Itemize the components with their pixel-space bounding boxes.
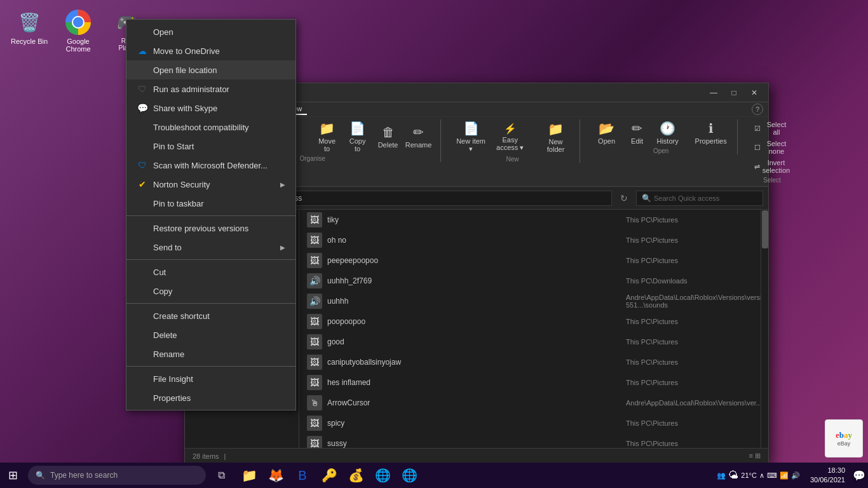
item-location: This PC\Pictures xyxy=(626,419,753,427)
desktop-icon-recycle-bin[interactable]: 🗑️ Recycle Bin xyxy=(6,6,52,56)
ctx-restore-versions[interactable]: Restore previous versions xyxy=(126,219,295,238)
ribbon-history-btn[interactable]: 🕐 History xyxy=(654,119,682,146)
ribbon-new-folder-btn[interactable]: 📁 Newfolder xyxy=(540,120,572,154)
ribbon-rename-btn[interactable]: ✏ Rename xyxy=(405,123,433,150)
taskbar-app1[interactable]: 🔑 xyxy=(316,463,342,488)
ctx-run-admin[interactable]: 🛡 Run as administrator xyxy=(126,79,295,98)
item-thumbnail: 🖼 xyxy=(307,314,322,329)
ctx-create-shortcut[interactable]: Create shortcut xyxy=(126,306,295,325)
ctx-scan-defender[interactable]: 🛡 Scan with Microsoft Defender... xyxy=(126,156,295,175)
taskbar-app2[interactable]: 💰 xyxy=(343,463,369,488)
ribbon-properties-btn[interactable]: ℹ Properties xyxy=(693,119,729,146)
keyboard-icon[interactable]: ⌨ xyxy=(767,471,777,480)
ctx-share-skype[interactable]: 💬 Share with Skype xyxy=(126,98,295,118)
maximize-button[interactable]: □ xyxy=(725,86,743,100)
ribbon-open-btn[interactable]: 📂 Open xyxy=(593,119,621,146)
ribbon-select-all-btn[interactable]: ☑ Select all xyxy=(750,119,794,137)
new-buttons: 📄 New item ▾ ⚡ Easy access ▾ 📁 Newfolder xyxy=(454,119,572,154)
ctx-delete[interactable]: Delete xyxy=(126,325,295,344)
list-item[interactable]: 🖼 caniputyoballsinyojaw This PC\Pictures xyxy=(299,352,761,372)
ribbon-edit-btn[interactable]: ✏ Edit xyxy=(623,119,651,146)
ctx-cut[interactable]: Cut xyxy=(126,262,295,281)
item-name: 🖼 tiky xyxy=(307,212,626,227)
item-thumbnail: 🖼 xyxy=(307,355,322,370)
list-item[interactable]: 🔊 uuhhh Andre\AppData\Local\Roblox\Versi… xyxy=(299,291,761,311)
list-item[interactable]: 🖼 good This PC\Pictures xyxy=(299,332,761,352)
help-button[interactable]: ? xyxy=(752,104,763,115)
ribbon-copy-to-btn[interactable]: 📄 Copy to xyxy=(344,119,372,154)
network-tray-icon[interactable]: 📶 xyxy=(780,471,789,480)
norton-icon: ✔ xyxy=(137,179,148,190)
taskbar-search[interactable]: 🔍 Type here to search xyxy=(28,466,206,485)
view-icons[interactable]: ≡ ⊞ xyxy=(749,452,761,460)
cut-icon xyxy=(137,266,148,278)
list-item[interactable]: 🔊 uuhhh_2f769 This PC\Downloads xyxy=(299,271,761,291)
ribbon-easy-access-btn[interactable]: ⚡ Easy access ▾ xyxy=(491,121,529,153)
ctx-troubleshoot[interactable]: Troubleshoot compatibility xyxy=(126,118,295,137)
insight-icon xyxy=(137,373,148,384)
select-none-label: Select none xyxy=(763,140,790,155)
ribbon-select-none-btn[interactable]: ☐ Select none xyxy=(750,139,794,156)
pin-taskbar-icon xyxy=(137,198,148,209)
ctx-send-to-label: Send to xyxy=(153,243,275,252)
ctx-pin-start-label: Pin to Start xyxy=(153,142,285,151)
invert-icon: ⇌ xyxy=(754,163,760,171)
temperature: 21°C xyxy=(741,471,757,479)
list-item[interactable]: 🖼 tiky This PC\Pictures xyxy=(299,210,761,230)
taskbar-firefox[interactable]: 🦊 xyxy=(263,463,288,488)
item-location: Andre\AppData\Local\Roblox\Versions\ver.… xyxy=(626,399,753,407)
ctx-pin-start[interactable]: Pin to Start xyxy=(126,137,295,156)
ctx-move-onedrive[interactable]: ☁ Move to OneDrive xyxy=(126,41,295,60)
item-location: This PC\Pictures xyxy=(626,236,753,244)
taskbar-chrome[interactable]: 🌐 xyxy=(397,463,422,488)
list-item[interactable]: 🖼 hes inflamed This PC\Pictures xyxy=(299,372,761,393)
taskbar-file-explorer[interactable]: 📁 xyxy=(236,463,262,488)
ctx-file-insight[interactable]: File Insight xyxy=(126,369,295,388)
list-item[interactable]: 🖼 peepeepoopoo This PC\Pictures xyxy=(299,250,761,271)
ctx-norton[interactable]: ✔ Norton Security ▶ xyxy=(126,175,295,194)
ctx-rename[interactable]: Rename xyxy=(126,344,295,363)
ribbon-move-to-btn[interactable]: 📁 Move to xyxy=(313,119,341,154)
refresh-button[interactable]: ↻ xyxy=(616,190,632,207)
start-button[interactable]: ⊞ xyxy=(0,463,25,488)
scrollbar-thumb[interactable] xyxy=(762,210,768,248)
ribbon-group-select: ☑ Select all ☐ Select none ⇌ Invert sele… xyxy=(748,119,801,184)
new-folder-label: Newfolder xyxy=(547,138,565,153)
close-button[interactable]: ✕ xyxy=(745,86,763,100)
minimize-button[interactable]: — xyxy=(705,86,722,100)
easy-access-icon: ⚡ xyxy=(504,123,517,135)
list-item[interactable]: 🖼 poopoopoo This PC\Pictures xyxy=(299,311,761,332)
taskbar-bitwarden[interactable]: B xyxy=(290,463,315,488)
people-icon[interactable]: 👥 xyxy=(717,471,726,480)
edit-ribbon-label: Edit xyxy=(631,137,643,145)
task-view-button[interactable]: ⧉ xyxy=(208,463,234,488)
separator-1 xyxy=(126,215,295,216)
notification-button[interactable]: 💬 xyxy=(850,463,868,488)
list-item[interactable]: 🖼 spicy This PC\Pictures xyxy=(299,413,761,433)
list-item[interactable]: 🖼 sussy This PC\Pictures xyxy=(299,433,761,448)
ctx-open-location[interactable]: Open file location xyxy=(126,60,295,79)
taskbar-edge[interactable]: 🌐 xyxy=(370,463,395,488)
ribbon-new-item-btn[interactable]: 📄 New item ▾ xyxy=(454,119,489,154)
ctx-pin-taskbar[interactable]: Pin to taskbar xyxy=(126,194,295,213)
ctx-location-label: Open file location xyxy=(153,65,285,75)
ctx-copy[interactable]: Copy xyxy=(126,281,295,301)
ribbon-delete-btn[interactable]: 🗑 Delete xyxy=(374,124,402,150)
list-item[interactable]: 🖱 ArrowCursor Andre\AppData\Local\Roblox… xyxy=(299,393,761,413)
ctx-properties[interactable]: Properties xyxy=(126,388,295,407)
volume-icon[interactable]: 🔊 xyxy=(791,471,800,480)
ribbon-invert-selection-btn[interactable]: ⇌ Invert selection xyxy=(750,158,794,175)
ctx-open[interactable]: Open xyxy=(126,22,295,41)
ebay-widget[interactable]: ebay eBay xyxy=(825,419,863,458)
search-bar[interactable]: 🔍 Search Quick access xyxy=(636,191,763,206)
ctx-send-to[interactable]: Send to ▶ xyxy=(126,238,295,257)
address-bar[interactable]: Quick access xyxy=(251,191,612,206)
weather-icon[interactable]: 🌤 xyxy=(728,470,738,481)
list-item[interactable]: 🖼 oh no This PC\Pictures xyxy=(299,230,761,250)
chevron-up-icon[interactable]: ∧ xyxy=(759,471,764,480)
desktop-icon-chrome[interactable]: Google Chrome xyxy=(55,6,101,56)
taskbar-clock[interactable]: 18:30 30/06/2021 xyxy=(805,466,850,485)
scrollbar[interactable] xyxy=(761,210,768,448)
context-menu: Open ☁ Move to OneDrive Open file locati… xyxy=(126,19,296,410)
rename-ribbon-icon: ✏ xyxy=(413,125,424,140)
